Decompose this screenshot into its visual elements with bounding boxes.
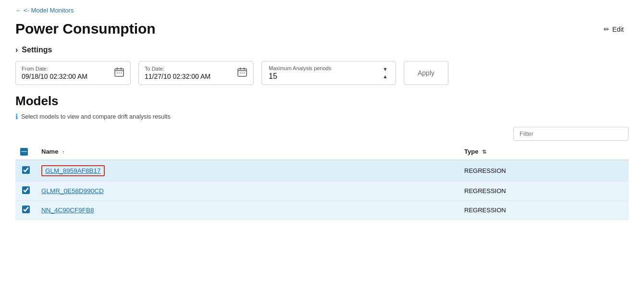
table-header-type[interactable]: Type ⇅ bbox=[459, 144, 629, 160]
info-icon: ℹ bbox=[15, 112, 18, 121]
from-date-picker[interactable]: From Date: 09/18/10 02:32:00 AM bbox=[15, 61, 131, 85]
table-header-name[interactable]: Name ↑ bbox=[37, 144, 459, 160]
type-sort-icon: ⇅ bbox=[482, 149, 486, 155]
row-checkbox-glm[interactable] bbox=[22, 166, 30, 174]
name-col-label: Name bbox=[41, 148, 58, 155]
svg-point-6 bbox=[242, 73, 243, 73]
page-title: Power Consumption bbox=[15, 21, 156, 37]
model-link-glm[interactable]: GLM_8959AF8B17 bbox=[45, 167, 101, 174]
analysis-periods-control: Maximum Analysis periods 15 ▼ ▲ bbox=[261, 61, 396, 85]
row-checkbox-glmr[interactable] bbox=[22, 186, 30, 194]
chevron-right-icon: › bbox=[15, 46, 18, 54]
edit-pencil-icon: ✏ bbox=[604, 25, 609, 33]
to-date-value: 11/27/10 02:32:00 AM bbox=[145, 73, 211, 80]
from-date-inner: From Date: 09/18/10 02:32:00 AM bbox=[22, 66, 87, 80]
type-col-label: Type bbox=[464, 148, 478, 155]
table-row: GLMR_0E58D990CDREGRESSION bbox=[15, 181, 629, 200]
table-row: NN_4C90CF9FB8REGRESSION bbox=[15, 200, 629, 219]
edit-label: Edit bbox=[612, 25, 624, 33]
table-header-row: Name ↑ Type ⇅ bbox=[15, 144, 629, 160]
svg-point-2 bbox=[119, 73, 120, 73]
svg-point-3 bbox=[121, 73, 122, 73]
to-date-label: To Date: bbox=[145, 66, 211, 72]
to-date-inner: To Date: 11/27/10 02:32:00 AM bbox=[145, 66, 211, 80]
date-filters: From Date: 09/18/10 02:32:00 AM bbox=[15, 61, 629, 85]
filter-row bbox=[15, 127, 629, 141]
back-link[interactable]: ← <- Model Monitors bbox=[15, 0, 74, 18]
models-title: Models bbox=[15, 94, 629, 109]
table-row: GLM_8959AF8B17REGRESSION bbox=[15, 160, 629, 182]
row-checkbox-nn[interactable] bbox=[22, 206, 30, 213]
header-row: Power Consumption ✏ Edit bbox=[15, 18, 629, 41]
select-all-checkbox[interactable] bbox=[20, 148, 28, 156]
analysis-arrows: ▼ ▲ bbox=[382, 66, 389, 80]
model-link-glmr[interactable]: GLMR_0E58D990CD bbox=[41, 187, 104, 195]
analysis-label: Maximum Analysis periods bbox=[269, 65, 331, 71]
models-info: ℹ Select models to view and compare drif… bbox=[15, 112, 629, 121]
settings-label: Settings bbox=[22, 46, 52, 54]
settings-section: › Settings From Date: 09/18/10 02:32:00 … bbox=[15, 46, 629, 85]
edit-button[interactable]: ✏ Edit bbox=[599, 23, 629, 36]
apply-button[interactable]: Apply bbox=[404, 61, 448, 85]
model-type-glmr: REGRESSION bbox=[464, 187, 506, 195]
model-type-nn: REGRESSION bbox=[464, 207, 506, 214]
svg-point-7 bbox=[244, 73, 245, 73]
from-date-calendar-icon bbox=[114, 67, 124, 80]
table-header-checkbox bbox=[15, 144, 37, 160]
svg-point-1 bbox=[117, 73, 118, 73]
model-link-nn[interactable]: NN_4C90CF9FB8 bbox=[41, 207, 94, 214]
filter-input[interactable] bbox=[513, 127, 629, 141]
analysis-increase-button[interactable]: ▲ bbox=[382, 73, 389, 80]
name-sort-icon: ↑ bbox=[62, 149, 65, 155]
models-section: Models ℹ Select models to view and compa… bbox=[15, 94, 629, 220]
svg-point-5 bbox=[240, 73, 241, 73]
back-link-label: <- Model Monitors bbox=[24, 7, 74, 14]
analysis-inner: Maximum Analysis periods 15 bbox=[269, 65, 331, 81]
analysis-value: 15 bbox=[269, 72, 331, 81]
from-date-value: 09/18/10 02:32:00 AM bbox=[22, 73, 87, 80]
model-type-glm: REGRESSION bbox=[464, 167, 506, 174]
from-date-label: From Date: bbox=[22, 66, 87, 72]
models-table: Name ↑ Type ⇅ GLM_8959AF8B17REGRESSIONGL… bbox=[15, 144, 629, 220]
analysis-decrease-button[interactable]: ▼ bbox=[382, 66, 389, 73]
to-date-calendar-icon bbox=[237, 67, 248, 80]
models-info-text: Select models to view and compare drift … bbox=[21, 113, 171, 120]
settings-toggle[interactable]: › Settings bbox=[15, 46, 629, 54]
back-arrow-icon: ← bbox=[15, 7, 22, 14]
to-date-picker[interactable]: To Date: 11/27/10 02:32:00 AM bbox=[138, 61, 254, 85]
